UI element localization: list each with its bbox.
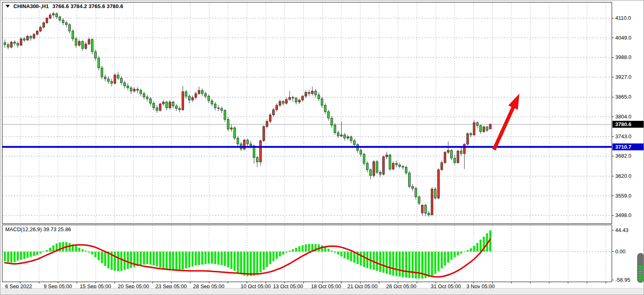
price-axis-tick: 3865.0 xyxy=(615,94,631,100)
price-axis-tick: 3927.0 xyxy=(615,74,631,80)
chart-title: CHINA300-,H1 3766.6 3784.2 3765.6 3780.6 xyxy=(6,3,123,9)
price-axis-tick: 3620.0 xyxy=(615,173,631,179)
scrollbar-stripes-icon xyxy=(638,266,643,281)
price-axis-tick: 3743.0 xyxy=(615,133,631,139)
price-axis-tick: 3804.0 xyxy=(615,114,631,120)
bottom-status-strip xyxy=(1,288,643,295)
scrollbar-thumb[interactable] xyxy=(637,253,644,283)
macd-indicator-label: MACD(12,26,9) 39.73 25.86 xyxy=(5,226,71,232)
price-axis-tick: 4110.0 xyxy=(615,15,631,21)
price-axis-tick: 3682.0 xyxy=(615,153,631,159)
current-price-tag: 3780.6 xyxy=(612,121,644,128)
macd-axis-tick: -58.95 xyxy=(615,277,630,283)
chart-canvas[interactable] xyxy=(0,0,644,295)
price-axis-tick: 3988.0 xyxy=(615,54,631,60)
macd-axis-tick: 0.00 xyxy=(615,249,625,255)
price-axis-tick: 4049.0 xyxy=(615,35,631,41)
symbol-name: CHINA300-,H1 xyxy=(13,3,49,9)
ohlc-quote: 3766.6 3784.2 3765.6 3780.6 xyxy=(52,3,123,9)
symbol-dropdown-icon[interactable] xyxy=(6,5,10,8)
support-line-price-tag: 3710.7 xyxy=(612,143,644,150)
macd-axis-tick: 44.43 xyxy=(615,227,629,233)
price-axis-tick: 3559.0 xyxy=(615,193,631,199)
price-axis-tick: 3498.0 xyxy=(615,212,631,218)
